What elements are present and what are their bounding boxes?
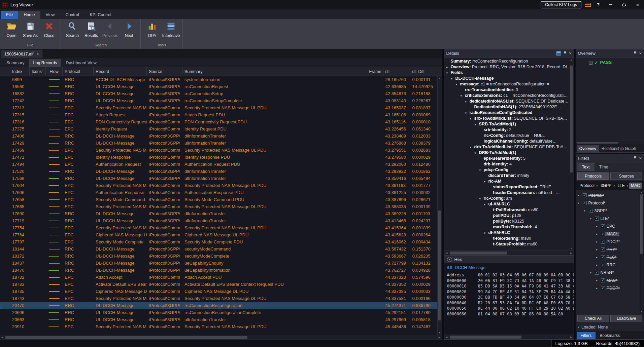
column-header-summary[interactable]: Summary — [182, 67, 367, 76]
checkbox-checked-icon[interactable]: ✓ — [601, 240, 605, 244]
scrollbar-track[interactable] — [449, 251, 569, 255]
expander-right-icon[interactable]: ▸ — [596, 240, 601, 243]
filter-tree-item-mac[interactable]: ▸✓MAC* — [577, 276, 639, 284]
scrollbar-track[interactable] — [5, 335, 437, 340]
expander-down-icon[interactable]: ▾ — [456, 82, 460, 87]
checkbox-checked-icon[interactable]: ✓ — [601, 247, 605, 252]
log-record-row[interactable]: 18732EPCAttach Accept\Protocol\CommAttac… — [0, 274, 437, 281]
scrollbar-track[interactable] — [639, 194, 644, 309]
details-tree-node[interactable]: ▾criticalExtensions: c1 = rrcConnectionR… — [446, 93, 569, 99]
sources-button[interactable]: Sources — [610, 172, 642, 180]
column-header-record[interactable]: Record — [94, 67, 147, 76]
details-tree-node[interactable]: ▾dl-AM-RLC — [446, 230, 569, 236]
ribbon-tab-kpi-control[interactable]: KPI Control — [84, 11, 117, 19]
close-button[interactable]: × — [633, 0, 643, 9]
expander-down-icon[interactable]: ▾ — [578, 201, 583, 205]
details-tree-node[interactable]: srb-Identity: 2 — [446, 127, 569, 133]
expander-down-icon[interactable]: ▾ — [590, 271, 595, 274]
details-tree-node[interactable]: ▾rlc-Config: am = — [446, 196, 569, 201]
document-tab[interactable]: 1508540617.alf × — [1, 50, 42, 58]
ribbon-tab-home[interactable]: Home — [18, 11, 40, 19]
ribbon-tab-file[interactable]: File — [1, 11, 18, 19]
table-horizontal-scrollbar[interactable]: ◀ ▶ — [0, 335, 442, 340]
expander-down-icon[interactable]: ▾ — [484, 179, 488, 184]
details-tree-node[interactable]: Summary: rrcConnectionReconfiguration — [446, 59, 569, 64]
breadcrumb-item-lte[interactable]: LTE — [616, 183, 626, 189]
details-vertical-scrollbar[interactable]: ▲ ▼ — [569, 57, 574, 250]
details-tree-node[interactable]: drb-Identity: 4 — [446, 161, 569, 167]
details-tree-node[interactable]: t-Reordering: ms80 — [446, 236, 569, 241]
filter-tab-time[interactable]: Time — [595, 163, 613, 171]
checkbox-checked-icon[interactable]: ✓ — [583, 201, 587, 205]
load-save-button[interactable]: Load/Save — [610, 315, 642, 322]
minimize-button[interactable] — [606, 0, 616, 9]
details-tree-node[interactable]: headerCompression: notUsed =… — [446, 190, 569, 196]
scrollbar-thumb[interactable] — [438, 210, 441, 320]
checkbox-checked-icon[interactable]: ✓ — [601, 286, 605, 290]
details-tree-node[interactable]: t-PollRetransmit: ms80 — [446, 207, 569, 213]
details-tree-node[interactable]: rrc-TransactionIdentifier: 0 — [446, 87, 569, 93]
expander-right-icon[interactable]: ▸ — [446, 65, 451, 70]
expander-down-icon[interactable]: ▾ — [470, 145, 474, 150]
scroll-up-icon[interactable]: ▲ — [438, 76, 442, 80]
log-record-row[interactable]: 17406RRCDL-DCCH-Message\Protocol\3GPP\dl… — [0, 132, 437, 140]
scrollbar-thumb[interactable] — [640, 194, 643, 254]
filter-tree-item-epc[interactable]: ▸✓EPC — [577, 222, 639, 230]
expander-right-icon[interactable]: ▸ — [596, 232, 601, 236]
log-record-row[interactable]: 18470RRCUL-DCCH-Message\Protocol\3GPP\ue… — [0, 267, 437, 274]
checkbox-checked-icon[interactable]: ✓ — [595, 217, 599, 221]
log-record-row[interactable]: 18437RRCDL-DCCH-Message\Protocol\3GPP\ue… — [0, 260, 437, 267]
scrollbar-track[interactable] — [576, 141, 644, 144]
expander-down-icon[interactable]: ▾ — [475, 122, 479, 127]
loaded-filter-row[interactable]: ▾ Loaded: None — [576, 323, 644, 331]
log-record-row[interactable]: 17494EPCAuthentication Request\Protocol\… — [0, 161, 437, 168]
log-record-row[interactable]: 17606EPCAuthentication Response\Protocol… — [0, 189, 437, 196]
expander-right-icon[interactable]: ▸ — [596, 225, 601, 228]
column-header-dt[interactable]: dT — [383, 67, 410, 76]
filter-tree-item-nr5g[interactable]: ▾✓NR5G* — [577, 269, 639, 276]
details-tree-node[interactable]: t-StatusProhibit: ms60 — [446, 241, 569, 247]
log-record-row[interactable]: 20910EPCSecurity Protected NAS M\Protoco… — [0, 323, 437, 330]
next-button[interactable]: Next — [120, 20, 138, 43]
expander-down-icon[interactable]: ▾ — [465, 99, 470, 104]
details-tree-node[interactable]: ▾dedicatedInfoNASList: SEQUENCE OF Dedic… — [446, 99, 569, 104]
checkbox-checked-icon[interactable]: ✓ — [601, 255, 605, 259]
log-record-row[interactable]: 17316EPCPDN Connectivity Request\Protoco… — [0, 118, 437, 125]
log-record-row[interactable]: 16882RRCDL-CCCH-Message\Protocol\3GPP\rr… — [0, 90, 437, 97]
details-tree-node[interactable]: eps-BearerIdentity: 5 — [446, 156, 569, 161]
expander-down-icon[interactable]: ▾ — [590, 217, 595, 220]
scroll-up-icon[interactable]: ▲ — [639, 190, 644, 194]
dpa-button[interactable]: DPA — [143, 20, 161, 43]
details-tree-node[interactable]: ▾pdcp-Config — [446, 167, 569, 173]
log-record-row[interactable]: 18144RRCDL-DCCH-Message\Protocol\3GPP\se… — [0, 245, 437, 253]
details-tree-node[interactable]: pollPDU: p128 — [446, 213, 569, 219]
open-button[interactable]: Open — [3, 20, 20, 43]
scrollbar-thumb[interactable] — [570, 66, 573, 172]
expander-down-icon[interactable]: ▾ — [461, 93, 465, 99]
details-tree-node[interactable]: ▾srb-ToAddModList: SEQUENCE OF SRB-ToA… — [446, 116, 569, 121]
view-tab-summary[interactable]: Summary — [2, 59, 29, 67]
hex-horizontal-scrollbar[interactable]: ◀ ▶ — [444, 335, 574, 339]
ribbon-tab-control[interactable]: Control — [60, 11, 84, 19]
details-tree-node[interactable]: ▾radioResourceConfigDedicated — [446, 110, 569, 116]
document-tab-close-icon[interactable]: × — [36, 52, 39, 56]
window-position-icon[interactable] — [556, 51, 561, 55]
log-record-row[interactable]: 20663RRCUL-DCCH-Message\Protocol\3GPP\ul… — [0, 316, 437, 323]
scroll-down-icon[interactable]: ▼ — [569, 246, 574, 250]
bottom-tab-bookmarks[interactable]: Bookmarks — [596, 332, 624, 339]
scrollbar-track[interactable] — [569, 62, 574, 246]
details-tree-node[interactable]: rlc-Config: defaultValue = NULL — [446, 133, 569, 139]
overview-horizontal-scrollbar[interactable] — [576, 141, 644, 144]
interleave-button[interactable]: Interleave — [162, 20, 180, 43]
details-tree-node[interactable]: logicalChannelConfig: defaultValue… — [446, 139, 569, 144]
expander-right-icon[interactable]: ▸ — [596, 256, 601, 259]
details-tree-node[interactable]: discardTimer: infinity — [446, 173, 569, 179]
help-button[interactable]: ? — [594, 2, 602, 7]
details-tree-node[interactable]: ▾Fields — [446, 70, 569, 76]
filter-tree-item-mac[interactable]: ▸✓MAC* — [577, 230, 639, 238]
scroll-right-icon[interactable]: ▶ — [437, 336, 442, 339]
checkbox-checked-icon[interactable]: ✓ — [601, 263, 605, 267]
details-tree-node[interactable]: ▸Overview: Protocol: RRC, Version: R15 D… — [446, 64, 569, 70]
maximize-button[interactable] — [619, 0, 629, 9]
breadcrumb-item-protocol[interactable]: Protocol — [578, 183, 596, 189]
